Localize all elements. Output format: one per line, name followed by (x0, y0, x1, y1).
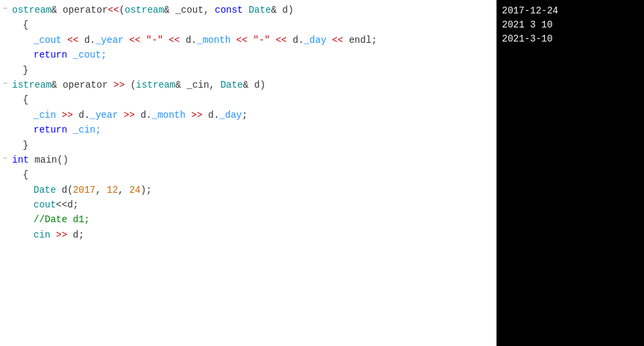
fold-icon[interactable]: − (3, 153, 12, 165)
code-line: −ostream& operator<<(ostream& _cout, con… (0, 3, 496, 17)
code-token: << (270, 33, 287, 48)
output-line: 2021 3 10 (502, 18, 639, 32)
code-token: _year (95, 33, 123, 48)
code-token: & operator (52, 78, 113, 92)
code-token: _day (304, 33, 326, 48)
code-token: ( (119, 3, 125, 17)
code-token: _cout (34, 33, 67, 48)
output-line: 2021-3-10 (502, 32, 639, 46)
code-token: 24 (129, 183, 141, 197)
code-token: ostream (125, 3, 164, 17)
code-token: 2017 (73, 183, 96, 197)
code-token: endl; (343, 33, 377, 48)
code-token (141, 33, 146, 48)
output-line: 2017-12-24 (502, 4, 639, 18)
code-token: //Date d1; (34, 212, 90, 227)
code-line: } (0, 138, 496, 153)
code-token: main() (29, 153, 68, 167)
code-line: { (0, 167, 496, 182)
code-token: << (123, 33, 140, 48)
code-token: _cout; (67, 48, 107, 62)
code-line: _cin >> d._year >> d._month >> d._day; (0, 108, 496, 122)
code-token: d. (287, 33, 304, 48)
code-line: { (0, 92, 496, 107)
code-token: << (163, 33, 180, 48)
code-token: _day (219, 108, 242, 122)
code-line: Date d(2017, 12, 24); (0, 183, 496, 197)
code-token: >> (56, 228, 68, 242)
code-token: >> (186, 108, 202, 122)
code-token: const (214, 3, 243, 17)
code-token: _month (197, 33, 231, 48)
code-token: } (23, 63, 28, 78)
code-token: & d) (271, 3, 294, 17)
code-token: >> (62, 108, 73, 122)
code-line: { (0, 17, 496, 32)
code-token: d( (56, 183, 73, 197)
code-line: return _cout; (0, 48, 496, 62)
code-token: << (326, 33, 343, 48)
code-token: & _cin, (176, 78, 220, 92)
code-token: , (95, 183, 107, 197)
code-token: << (231, 33, 247, 48)
code-token: _month (152, 108, 186, 122)
code-token: ( (125, 78, 136, 92)
code-line: return _cin; (0, 122, 496, 137)
code-token: istream (12, 78, 52, 92)
fold-icon[interactable]: − (3, 78, 12, 90)
fold-icon[interactable]: − (3, 3, 12, 15)
code-token: & operator (52, 3, 108, 17)
code-token: << (67, 33, 78, 48)
output-panel: 2017-12-242021 3 102021-3-10 (497, 0, 644, 346)
code-line: } (0, 63, 496, 78)
code-token: _year (90, 108, 118, 122)
code-token: Date (243, 3, 271, 17)
code-line: −istream& operator >> (istream& _cin, Da… (0, 78, 496, 92)
code-token: ); (141, 183, 152, 197)
code-token: } (23, 138, 28, 153)
code-token: & _cout, (164, 3, 215, 17)
code-token: d. (202, 108, 219, 122)
code-token: , (118, 183, 129, 197)
code-token: "-" (253, 33, 270, 48)
code-token: d. (135, 108, 151, 122)
code-line: cin >> d; (0, 228, 496, 242)
code-token (247, 33, 253, 48)
code-token: cin (34, 228, 56, 242)
code-token: d. (73, 108, 90, 122)
code-token: { (23, 167, 28, 182)
code-token: cout (34, 197, 56, 212)
code-token: d. (180, 33, 197, 48)
code-token: >> (118, 108, 135, 122)
code-token: { (23, 92, 28, 107)
code-token: "-" (146, 33, 163, 48)
code-token: return (34, 48, 67, 62)
code-token: istream (136, 78, 176, 92)
code-token: return (34, 122, 67, 137)
code-token: ostream (12, 3, 52, 17)
code-token: int (12, 153, 29, 167)
code-token: & d) (243, 78, 266, 92)
code-token: 12 (107, 183, 118, 197)
code-token: ; (242, 108, 247, 122)
code-token: Date (34, 183, 56, 197)
code-token: Date (220, 78, 243, 92)
code-line: _cout << d._year << "-" << d._month << "… (0, 33, 496, 48)
code-editor: −ostream& operator<<(ostream& _cout, con… (0, 0, 497, 346)
code-token: d; (67, 228, 84, 242)
code-token: _cin; (67, 122, 101, 137)
code-token: _cin (34, 108, 62, 122)
code-line: −int main() (0, 153, 496, 167)
code-token: << (108, 3, 119, 17)
code-line: cout<<d; (0, 197, 496, 212)
code-token: >> (113, 78, 125, 92)
code-token: { (23, 17, 28, 32)
code-line: //Date d1; (0, 212, 496, 227)
code-token: <<d; (56, 197, 79, 212)
code-token: d. (78, 33, 95, 48)
